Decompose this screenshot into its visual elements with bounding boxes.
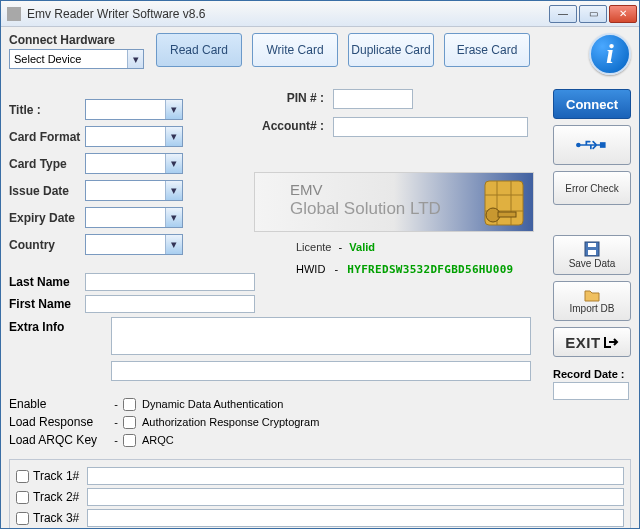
svg-point-7 bbox=[576, 143, 581, 148]
app-icon bbox=[7, 7, 21, 21]
card-type-label: Card Type bbox=[9, 157, 85, 171]
issue-date-dropdown[interactable]: ▾ bbox=[85, 180, 183, 201]
track1-label: Track 1# bbox=[33, 469, 87, 483]
connect-hardware-label: Connect Hardware bbox=[9, 33, 144, 47]
brand-banner: EMV Global Solution LTD bbox=[254, 172, 534, 232]
license-status: Licente - Valid bbox=[296, 241, 375, 253]
expiry-date-dropdown[interactable]: ▾ bbox=[85, 207, 183, 228]
folder-icon bbox=[584, 288, 600, 302]
app-window: Emv Reader Writer Software v8.6 — ▭ ✕ Co… bbox=[0, 0, 640, 529]
svg-rect-10 bbox=[588, 250, 596, 255]
maximize-button[interactable]: ▭ bbox=[579, 5, 607, 23]
load-arqc-checkbox[interactable] bbox=[123, 434, 136, 447]
load-arqc-label: Load ARQC Key bbox=[9, 433, 109, 447]
account-label: Account# : bbox=[256, 119, 324, 133]
card-format-dropdown[interactable]: ▾ bbox=[85, 126, 183, 147]
load-response-label: Load Response bbox=[9, 415, 109, 429]
exit-arrow-icon bbox=[603, 335, 619, 349]
banner-line1: EMV bbox=[290, 181, 323, 198]
close-button[interactable]: ✕ bbox=[609, 5, 637, 23]
minimize-button[interactable]: — bbox=[549, 5, 577, 23]
track3-label: Track 3# bbox=[33, 511, 87, 525]
first-name-label: First Name bbox=[9, 297, 85, 311]
device-select[interactable]: Select Device ▾ bbox=[9, 49, 144, 69]
chevron-down-icon: ▾ bbox=[165, 154, 182, 173]
hwid-value: HYFREDSW3532DFGBD56HU009 bbox=[347, 263, 513, 276]
read-card-button[interactable]: Read Card bbox=[156, 33, 242, 67]
pin-input[interactable] bbox=[333, 89, 413, 109]
window-title: Emv Reader Writer Software v8.6 bbox=[27, 7, 549, 21]
country-dropdown[interactable]: ▾ bbox=[85, 234, 183, 255]
chevron-down-icon: ▾ bbox=[165, 235, 182, 254]
track1-checkbox[interactable] bbox=[16, 470, 29, 483]
track3-checkbox[interactable] bbox=[16, 512, 29, 525]
enable-checkbox[interactable] bbox=[123, 398, 136, 411]
usb-button[interactable] bbox=[553, 125, 631, 165]
track1-input[interactable] bbox=[87, 467, 624, 485]
chevron-down-icon: ▾ bbox=[165, 127, 182, 146]
license-label: Licente bbox=[296, 241, 331, 253]
device-select-value: Select Device bbox=[14, 53, 81, 65]
exit-button[interactable]: EXIT bbox=[553, 327, 631, 357]
extra-info-label: Extra Info bbox=[9, 320, 64, 334]
country-label: Country bbox=[9, 238, 85, 252]
load-response-option: Authorization Response Cryptogram bbox=[142, 416, 319, 428]
content-area: Connect Hardware Select Device ▾ Read Ca… bbox=[1, 27, 639, 528]
enable-label: Enable bbox=[9, 397, 109, 411]
title-dropdown[interactable]: ▾ bbox=[85, 99, 183, 120]
info-icon[interactable]: i bbox=[589, 33, 631, 75]
hwid-label: HWID bbox=[296, 263, 325, 275]
save-icon bbox=[584, 241, 600, 257]
chevron-down-icon: ▾ bbox=[127, 50, 143, 68]
expiry-date-label: Expiry Date bbox=[9, 211, 85, 225]
track2-input[interactable] bbox=[87, 488, 624, 506]
duplicate-card-button[interactable]: Duplicate Card bbox=[348, 33, 434, 67]
connect-button[interactable]: Connect bbox=[553, 89, 631, 119]
write-card-button[interactable]: Write Card bbox=[252, 33, 338, 67]
extra-info-textarea[interactable] bbox=[111, 317, 531, 355]
track2-checkbox[interactable] bbox=[16, 491, 29, 504]
banner-line2: Global Solution LTD bbox=[290, 199, 441, 219]
record-date-label: Record Date : bbox=[553, 368, 631, 380]
chevron-down-icon: ▾ bbox=[165, 181, 182, 200]
first-name-input[interactable] bbox=[85, 295, 255, 313]
last-name-label: Last Name bbox=[9, 275, 85, 289]
pin-label: PIN # : bbox=[256, 91, 324, 105]
track2-label: Track 2# bbox=[33, 490, 87, 504]
account-input[interactable] bbox=[333, 117, 528, 137]
save-data-button[interactable]: Save Data bbox=[553, 235, 631, 275]
titlebar: Emv Reader Writer Software v8.6 — ▭ ✕ bbox=[1, 1, 639, 27]
erase-card-button[interactable]: Erase Card bbox=[444, 33, 530, 67]
chevron-down-icon: ▾ bbox=[165, 208, 182, 227]
enable-option: Dynamic Data Authentication bbox=[142, 398, 283, 410]
card-format-label: Card Format bbox=[9, 130, 85, 144]
card-type-dropdown[interactable]: ▾ bbox=[85, 153, 183, 174]
chip-key-icon bbox=[483, 179, 525, 227]
usb-icon bbox=[575, 136, 609, 154]
extra-info-input2[interactable] bbox=[111, 361, 531, 381]
issue-date-label: Issue Date bbox=[9, 184, 85, 198]
license-value: Valid bbox=[349, 241, 375, 253]
last-name-input[interactable] bbox=[85, 273, 255, 291]
svg-rect-8 bbox=[600, 142, 606, 148]
chevron-down-icon: ▾ bbox=[165, 100, 182, 119]
hwid-status: HWID - HYFREDSW3532DFGBD56HU009 bbox=[296, 263, 514, 276]
tracks-group: Track 1# Track 2# Track 3# bbox=[9, 459, 631, 528]
error-check-button[interactable]: Error Check bbox=[553, 171, 631, 205]
import-db-button[interactable]: Import DB bbox=[553, 281, 631, 321]
load-arqc-option: ARQC bbox=[142, 434, 174, 446]
svg-rect-11 bbox=[588, 243, 596, 247]
title-label: Title : bbox=[9, 103, 85, 117]
track3-input[interactable] bbox=[87, 509, 624, 527]
load-response-checkbox[interactable] bbox=[123, 416, 136, 429]
svg-rect-6 bbox=[498, 212, 516, 217]
record-date-input[interactable] bbox=[553, 382, 629, 400]
